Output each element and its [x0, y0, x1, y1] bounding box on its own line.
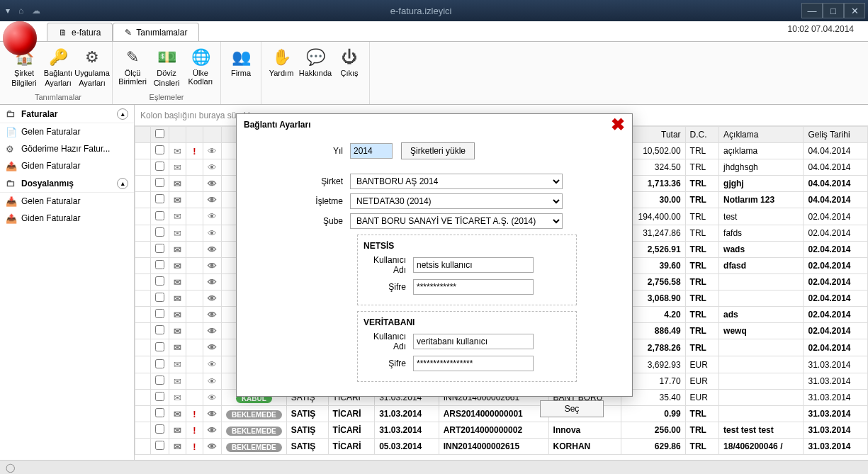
- eye-icon[interactable]: 👁: [203, 307, 222, 323]
- minimize-button[interactable]: —: [801, 3, 823, 18]
- row-checkbox[interactable]: [155, 260, 164, 269]
- ribbon-item[interactable]: ⏻Çıkış: [332, 43, 366, 100]
- firma-icon: 👥: [231, 47, 251, 67]
- down-arrow-icon[interactable]: ▾: [6, 6, 10, 16]
- alert-icon: [186, 290, 203, 307]
- cloud-icon[interactable]: ☁: [32, 6, 40, 16]
- ribbon-item[interactable]: 🌐Ülke Kodları: [184, 43, 218, 91]
- column-header[interactable]: [169, 127, 186, 143]
- eye-icon[interactable]: 👁: [203, 422, 222, 439]
- tab-tanimlamalar[interactable]: ✎Tanımlamalar: [113, 23, 199, 41]
- column-header[interactable]: D.C.: [685, 127, 718, 143]
- row-checkbox[interactable]: [155, 244, 164, 253]
- company-select[interactable]: BANTBORU AŞ 2014: [350, 174, 563, 189]
- sidebar-item[interactable]: 📤Giden Faturalar: [0, 210, 134, 227]
- dialog-title: Bağlantı Ayarları: [244, 120, 310, 130]
- row-checkbox[interactable]: [155, 441, 164, 450]
- tab-efatura[interactable]: 🗎e-fatura: [47, 23, 113, 41]
- amount-cell: 256.00: [621, 422, 685, 439]
- row-checkbox[interactable]: [155, 359, 164, 368]
- year-input[interactable]: [350, 143, 393, 159]
- netsis-user-input[interactable]: [413, 257, 534, 273]
- g-derime-haz-r-fatur--icon: ⚙: [6, 144, 16, 154]
- eye-icon[interactable]: 👁: [203, 356, 222, 373]
- eye-icon[interactable]: 👁: [203, 208, 222, 225]
- load-companies-button[interactable]: Şirketleri yükle: [401, 142, 475, 159]
- netsis-pass-input[interactable]: [413, 279, 534, 295]
- row-checkbox[interactable]: [155, 227, 164, 237]
- column-header[interactable]: [151, 127, 169, 143]
- ribbon-item[interactable]: 👥Firma: [224, 43, 258, 100]
- cell: INN2014000002615: [439, 439, 548, 455]
- row-checkbox[interactable]: [155, 392, 164, 401]
- sidebar-section-header[interactable]: 🗀Faturalar▴: [0, 105, 134, 123]
- db-pass-input[interactable]: [413, 356, 534, 371]
- ribbon-item[interactable]: ✋Yardım: [264, 43, 298, 100]
- ribbon-item[interactable]: 🔑BağlantıAyarları: [41, 43, 75, 91]
- eye-icon[interactable]: 👁: [203, 290, 222, 307]
- branch-select[interactable]: BANT BORU SANAYİ VE TİCARET A.Ş. (2014): [350, 213, 563, 229]
- sidebar-section-title: Faturalar: [21, 109, 57, 119]
- row-checkbox[interactable]: [155, 376, 164, 385]
- eye-icon[interactable]: 👁: [203, 258, 222, 274]
- db-user-input[interactable]: [413, 334, 534, 349]
- table-row[interactable]: ✉!👁BEKLEMEDESATIŞTİCARİ31.03.2014ART2014…: [135, 422, 868, 439]
- home-icon[interactable]: ⌂: [18, 6, 23, 16]
- eye-icon[interactable]: 👁: [203, 390, 222, 406]
- select-all-checkbox[interactable]: [155, 129, 164, 138]
- row-checkbox[interactable]: [155, 408, 164, 417]
- row-checkbox[interactable]: [155, 424, 164, 434]
- table-row[interactable]: ✉!👁BEKLEMEDESATIŞTİCARİ05.03.2014INN2014…: [135, 439, 868, 455]
- column-header[interactable]: Geliş Tarihi: [804, 127, 868, 143]
- close-button[interactable]: ✕: [844, 3, 865, 18]
- eye-icon[interactable]: 👁: [203, 242, 222, 258]
- eye-icon[interactable]: 👁: [203, 406, 222, 422]
- sidebar-item[interactable]: 📤Giden Faturalar: [0, 157, 134, 174]
- eye-icon[interactable]: 👁: [203, 225, 222, 242]
- business-select[interactable]: NETDATA30 (2014): [350, 193, 563, 209]
- sidebar-item[interactable]: 📄Gelen Faturalar: [0, 123, 134, 140]
- row-checkbox[interactable]: [155, 162, 164, 171]
- eye-icon[interactable]: 👁: [203, 323, 222, 339]
- column-header[interactable]: [135, 127, 151, 143]
- row-checkbox[interactable]: [155, 325, 164, 334]
- eye-icon[interactable]: 👁: [203, 274, 222, 290]
- column-header[interactable]: [203, 127, 222, 143]
- row-checkbox[interactable]: [155, 342, 164, 351]
- eye-icon[interactable]: 👁: [203, 192, 222, 208]
- maximize-button[interactable]: □: [823, 3, 844, 18]
- cell: Innova: [548, 422, 621, 439]
- collapse-icon[interactable]: ▴: [117, 108, 128, 120]
- ribbon-item[interactable]: 💬Hakkında: [298, 43, 332, 100]
- row-checkbox[interactable]: [155, 276, 164, 286]
- ribbon-item[interactable]: 💵DövizCinsleri: [150, 43, 184, 91]
- collapse-icon[interactable]: ▴: [117, 178, 128, 189]
- eye-icon[interactable]: 👁: [203, 339, 222, 356]
- row-checkbox[interactable]: [155, 145, 164, 154]
- ribbon-item[interactable]: ✎Ölçü Birimleri: [115, 43, 150, 91]
- ribbon-item[interactable]: ⚙UygulamaAyarları: [75, 43, 109, 91]
- eye-icon[interactable]: 👁: [203, 143, 222, 159]
- date-cell: 04.04.2014: [804, 192, 868, 208]
- sidebar-section-header[interactable]: 🗀Dosyalanmış▴: [0, 174, 134, 193]
- company-label: Şirket: [251, 176, 350, 186]
- eye-icon[interactable]: 👁: [203, 439, 222, 455]
- dialog-close-icon[interactable]: ✖: [611, 115, 625, 135]
- eye-icon[interactable]: 👁: [203, 176, 222, 192]
- select-button[interactable]: Seç: [540, 400, 604, 417]
- column-header[interactable]: [186, 127, 203, 143]
- ribbon-item-label: Ülke Kodları: [184, 69, 218, 86]
- row-checkbox[interactable]: [155, 309, 164, 318]
- row-checkbox[interactable]: [155, 178, 164, 187]
- desc-cell: gjghj: [719, 176, 804, 192]
- sidebar-item[interactable]: ⚙Göderime Hazır Fatur...: [0, 140, 134, 157]
- row-checkbox[interactable]: [155, 194, 164, 203]
- eye-icon[interactable]: 👁: [203, 159, 222, 176]
- row-checkbox[interactable]: [155, 293, 164, 302]
- eye-icon[interactable]: 👁: [203, 373, 222, 390]
- alert-icon: [186, 356, 203, 373]
- netsis-group: NETSİS Kullanıcı Adı Şifre: [357, 235, 577, 305]
- sidebar-item[interactable]: 📥Gelen Faturalar: [0, 193, 134, 210]
- column-header[interactable]: Açıklama: [719, 127, 804, 143]
- row-checkbox[interactable]: [155, 211, 164, 220]
